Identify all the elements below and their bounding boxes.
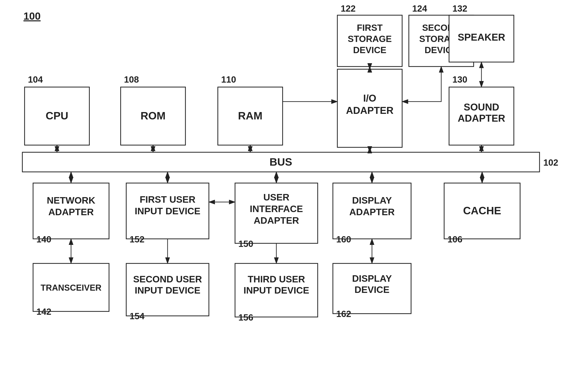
suid-ref: 154 [130, 311, 145, 321]
speaker-ref: 132 [452, 4, 467, 14]
network-ref: 140 [36, 234, 51, 244]
ram-label: RAM [238, 110, 262, 122]
tuid-ref: 156 [238, 312, 253, 322]
bus-ref: 102 [543, 158, 558, 168]
transceiver-ref: 142 [36, 307, 51, 317]
rom-label: ROM [141, 110, 166, 122]
network-label-2: ADAPTER [48, 207, 94, 217]
cache-label: CACHE [463, 205, 501, 217]
ram-ref: 110 [221, 75, 236, 84]
bus-label: BUS [269, 156, 292, 168]
fuid-ref: 152 [130, 234, 145, 244]
transceiver-label: TRANSCEIVER [41, 283, 101, 293]
io-label-1: I/O [363, 93, 377, 104]
display-adapter-ref: 160 [336, 234, 351, 244]
rom-ref: 108 [124, 75, 139, 84]
fuid-label-1: FIRST USER [140, 194, 195, 205]
sound-label-1: SOUND [464, 102, 499, 112]
fuid-label-2: INPUT DEVICE [135, 206, 200, 216]
fsd-ref: 122 [341, 4, 356, 14]
sound-label-2: ADAPTER [458, 113, 505, 124]
tuid-label-1: THIRD USER [248, 274, 305, 284]
sound-ref: 130 [452, 75, 467, 84]
speaker-label: SPEAKER [458, 32, 505, 43]
fsd-label-1: FIRST [357, 23, 383, 33]
display-device-label-1: DISPLAY [352, 273, 392, 284]
display-device-ref: 162 [336, 309, 351, 319]
cache-ref: 106 [448, 234, 463, 244]
display-adapter-label-2: ADAPTER [349, 207, 394, 217]
display-device-label-2: DEVICE [355, 284, 389, 295]
uia-label-3: ADAPTER [254, 215, 299, 226]
io-label-2: ADAPTER [346, 105, 394, 116]
uia-label-1: USER [263, 192, 290, 202]
cpu-label: CPU [45, 110, 68, 122]
suid-label-1: SECOND USER [133, 274, 202, 284]
ssd-ref: 124 [412, 4, 427, 14]
fsd-label-3: DEVICE [353, 45, 387, 55]
network-label-1: NETWORK [47, 195, 95, 206]
uia-ref: 150 [238, 239, 253, 249]
tuid-label-2: INPUT DEVICE [244, 285, 309, 295]
display-adapter-label-1: DISPLAY [352, 195, 392, 206]
cpu-ref: 104 [28, 75, 43, 84]
fsd-label-2: STORAGE [348, 34, 392, 44]
suid-label-2: INPUT DEVICE [135, 285, 200, 295]
uia-label-2: INTERFACE [250, 204, 303, 214]
diagram-number: 100 [23, 10, 41, 22]
